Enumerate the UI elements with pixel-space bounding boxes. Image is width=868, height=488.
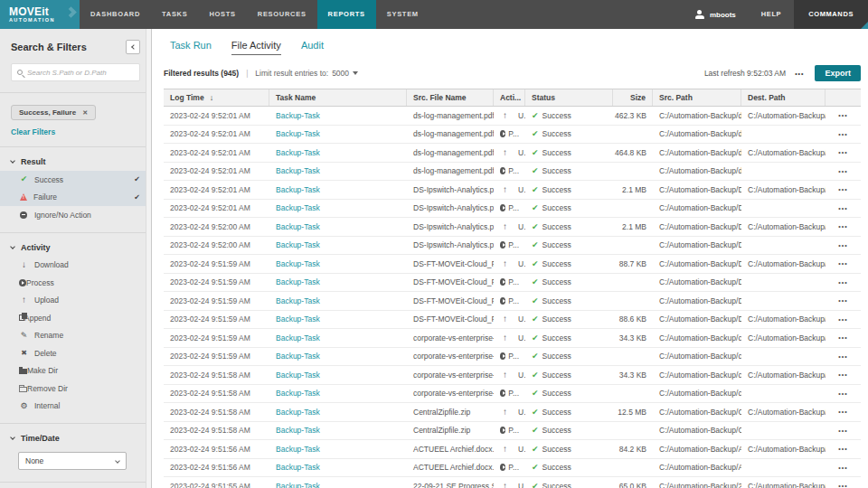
column-header[interactable]: Acti... [494, 89, 525, 106]
column-header[interactable] [826, 89, 861, 106]
row-actions-button[interactable]: ••• [838, 260, 847, 267]
result-section-header[interactable]: Result [0, 154, 151, 171]
limit-entries-label: Limit result entries to: [255, 69, 328, 78]
user-menu[interactable]: mboots [683, 0, 749, 29]
task-name-link[interactable]: Backup-Task [276, 277, 320, 286]
filter-chip[interactable]: Success, Failure ✕ [11, 105, 96, 120]
nav-item-system[interactable]: SYSTEM [376, 0, 429, 29]
tab-audit[interactable]: Audit [301, 40, 324, 55]
task-name-link[interactable]: Backup-Task [276, 314, 320, 324]
row-actions-button[interactable]: ••• [838, 390, 847, 397]
task-name-link[interactable]: Backup-Task [276, 445, 320, 454]
sidebar-collapse-button[interactable] [126, 40, 140, 54]
logo-line2: AUTOMATION [9, 17, 80, 23]
task-name-link[interactable]: Backup-Task [276, 408, 320, 417]
column-header[interactable]: Dest. Path [741, 89, 826, 106]
task-name-link[interactable]: Backup-Task [276, 426, 320, 435]
task-name-link[interactable]: Backup-Task [276, 463, 320, 472]
tab-task-run[interactable]: Task Run [170, 40, 212, 55]
commands-button[interactable]: COMMANDS [794, 0, 868, 29]
task-name-link[interactable]: Backup-Task [276, 166, 320, 175]
activity-filter-upload[interactable]: ↑Upload [0, 292, 151, 310]
nav-item-tasks[interactable]: TASKS [151, 0, 198, 29]
row-actions-button[interactable]: ••• [838, 483, 847, 488]
result-filter-failure[interactable]: Failure ✔ [0, 189, 151, 207]
cell-src-file-name: corporate-vs-enterprise-... [407, 329, 494, 347]
task-name-link[interactable]: Backup-Task [276, 482, 320, 488]
cell-log-time: 2023-02-24 9:51:56 AM [164, 440, 269, 458]
row-actions-button[interactable]: ••• [838, 371, 847, 378]
timedate-select[interactable]: None [18, 452, 127, 470]
nav-item-reports[interactable]: REPORTS [317, 0, 376, 29]
cell-log-time: 2023-02-24 9:51:59 AM [164, 329, 269, 347]
column-header[interactable]: Src. File Name [407, 89, 494, 106]
nav-item-resources[interactable]: RESOURCES [247, 0, 317, 29]
row-actions-button[interactable]: ••• [838, 353, 847, 360]
task-name-link[interactable]: Backup-Task [276, 240, 320, 249]
activity-filter-internal[interactable]: ⚙Internal [0, 398, 151, 416]
column-header[interactable]: Status [525, 89, 613, 106]
task-name-link[interactable]: Backup-Task [276, 296, 320, 305]
app-logo[interactable]: MOVEit AUTOMATION [0, 0, 80, 29]
activity-filter-download[interactable]: ↓Download [0, 257, 151, 275]
sort-desc-icon[interactable]: ↓ [210, 93, 214, 102]
activity-filter-rename[interactable]: ✎Rename [0, 327, 151, 345]
timedate-section-header[interactable]: Time/Date [0, 430, 151, 447]
activity-filter-make-dir[interactable]: Make Dir [0, 362, 151, 380]
activity-section-header[interactable]: Activity [0, 239, 151, 257]
cell-activity: P... [494, 385, 525, 403]
search-input[interactable] [27, 69, 134, 77]
row-actions-button[interactable]: ••• [838, 186, 847, 192]
task-name-link[interactable]: Backup-Task [276, 203, 320, 212]
task-name-link[interactable]: Backup-Task [276, 371, 320, 380]
row-actions-button[interactable]: ••• [838, 408, 847, 415]
row-actions-button[interactable]: ••• [838, 131, 847, 137]
help-button[interactable]: HELP [749, 0, 794, 29]
row-actions-button[interactable]: ••• [838, 334, 847, 341]
column-header[interactable]: Log Time↓ [164, 89, 269, 106]
refresh-more-button[interactable]: ••• [795, 70, 804, 77]
task-name-link[interactable]: Backup-Task [276, 111, 320, 120]
task-name-link[interactable]: Backup-Task [276, 333, 320, 343]
row-actions-button[interactable]: ••• [838, 242, 847, 249]
upload-icon: ↑ [500, 408, 510, 417]
activity-filter-append[interactable]: Append [0, 309, 151, 327]
task-name-link[interactable]: Backup-Task [276, 352, 320, 361]
nav-item-hosts[interactable]: HOSTS [198, 0, 246, 29]
task-name-link[interactable]: Backup-Task [276, 389, 320, 398]
activity-filter-process[interactable]: Process [0, 274, 151, 292]
clear-filters-link[interactable]: Clear Filters [11, 127, 55, 136]
tab-file-activity[interactable]: File Activity [231, 40, 281, 55]
column-header[interactable]: Src. Path [653, 89, 741, 106]
cell-activity: P... [494, 163, 525, 181]
task-name-link[interactable]: Backup-Task [276, 129, 320, 138]
row-actions-button[interactable]: ••• [838, 112, 847, 118]
row-actions-button[interactable]: ••• [838, 223, 847, 230]
row-actions-button[interactable]: ••• [838, 279, 847, 286]
task-name-link[interactable]: Backup-Task [276, 222, 320, 231]
limit-entries-dropdown[interactable]: Limit result entries to: 5000 [255, 69, 358, 78]
task-name-link[interactable]: Backup-Task [276, 185, 320, 194]
row-actions-button[interactable]: ••• [838, 297, 847, 304]
export-button[interactable]: Export [815, 65, 861, 81]
column-header[interactable]: Size [613, 89, 653, 106]
row-actions-button[interactable]: ••• [838, 149, 847, 155]
task-name-link[interactable]: Backup-Task [276, 148, 320, 157]
task-name-link[interactable]: Backup-Task [276, 259, 320, 268]
cell-activity: ↑U... [494, 144, 525, 162]
chip-remove-icon[interactable]: ✕ [82, 109, 88, 117]
nav-item-dashboard[interactable]: DASHBOARD [80, 0, 151, 29]
row-actions-button[interactable]: ••• [838, 205, 847, 211]
result-filter-ignore-no-action[interactable]: Ignore/No Action [0, 206, 151, 224]
success-check-icon: ✔ [532, 371, 539, 380]
row-actions-button[interactable]: ••• [838, 427, 847, 434]
row-actions-button[interactable]: ••• [838, 446, 847, 452]
row-actions-button[interactable]: ••• [838, 316, 847, 323]
row-actions-button[interactable]: ••• [838, 465, 847, 471]
cell-dest-path [741, 422, 826, 440]
result-filter-success[interactable]: ✔Success ✔ [0, 171, 151, 189]
activity-filter-delete[interactable]: ✖Delete [0, 344, 151, 362]
column-header[interactable]: Task Name [269, 89, 407, 106]
activity-filter-remove-dir[interactable]: Remove Dir [0, 380, 151, 398]
row-actions-button[interactable]: ••• [838, 168, 847, 174]
